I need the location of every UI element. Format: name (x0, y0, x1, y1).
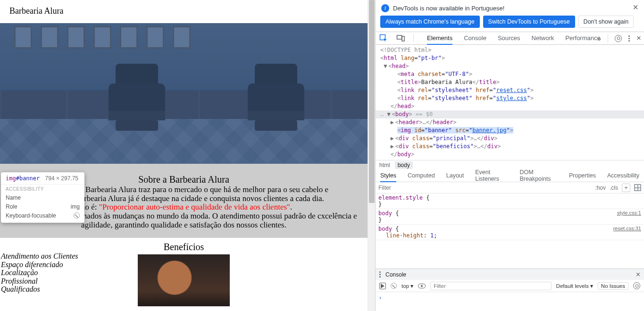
drawer-menu-icon[interactable] (379, 271, 381, 277)
inspect-element-icon[interactable] (379, 34, 388, 42)
console-filter-input[interactable] (430, 282, 551, 290)
device-toolbar-icon[interactable] (396, 34, 405, 42)
styles-tab-styles[interactable]: Styles (380, 170, 396, 182)
hov-toggle[interactable]: :hov (595, 185, 606, 191)
elements-tree[interactable]: <!DOCTYPE html> <html lang="pt-br"> ▼<he… (376, 45, 644, 160)
close-infobar-button[interactable]: × (633, 2, 638, 13)
styles-tab-events[interactable]: Event Listeners (475, 170, 508, 182)
tab-performance[interactable]: Performance (565, 32, 600, 45)
inspected-page-viewport[interactable]: Barbearia Alura Sobre a Barbearia Alura … (0, 0, 375, 311)
drawer-header: Console × (376, 269, 644, 280)
benefit-image (138, 254, 230, 306)
hovered-img-node[interactable]: <img id="banner" src="banner.jpg"> (376, 126, 644, 134)
dont-show-button[interactable]: Don't show again (578, 16, 634, 28)
execution-context-icon[interactable] (379, 283, 386, 289)
chevron-right-icon: › (378, 294, 382, 301)
tab-sources[interactable]: Sources (498, 32, 520, 45)
match-language-button[interactable]: Always match Chrome's language (380, 16, 480, 28)
benefit-list: Atendimento aos Clientes Espaço diferenc… (1, 252, 78, 294)
live-expression-icon[interactable] (418, 284, 426, 288)
page-scrollbar[interactable] (368, 0, 375, 311)
info-icon: i (381, 4, 389, 12)
styles-pane[interactable]: element.style {} style.css:1 body {} res… (376, 193, 644, 269)
selected-body-node[interactable]: … ▼<body> == $0 (376, 110, 644, 118)
styles-tab-computed[interactable]: Computed (408, 170, 435, 182)
page-title: Barbearia Alura (0, 0, 368, 23)
styles-tab-properties[interactable]: Properties (569, 170, 596, 182)
context-selector[interactable]: top ▾ (401, 283, 413, 289)
svg-rect-2 (402, 36, 404, 41)
styles-tab-dombreakpoints[interactable]: DOM Breakpoints (520, 170, 558, 182)
source-link[interactable]: style.css:1 (617, 210, 641, 216)
settings-icon[interactable] (615, 35, 622, 42)
svg-rect-1 (397, 35, 402, 39)
close-drawer-icon[interactable]: × (636, 270, 640, 279)
console-settings-icon[interactable] (633, 282, 640, 289)
styles-tab-accessibility[interactable]: Accessibility (607, 170, 639, 182)
inspect-tooltip: img#banner 794 × 297.75 ACCESSIBILITY Na… (1, 172, 84, 223)
render-grid-icon[interactable] (634, 184, 641, 191)
elements-breadcrumb[interactable]: html body (376, 160, 644, 170)
issues-button[interactable]: No Issues (598, 282, 628, 290)
tab-network[interactable]: Network (532, 32, 554, 45)
more-menu-icon[interactable] (628, 35, 630, 42)
tab-elements[interactable]: Elements (427, 32, 452, 45)
log-levels-selector[interactable]: Default levels ▾ (556, 283, 593, 289)
new-style-rule-button[interactable]: + (622, 184, 630, 192)
styles-filter-input[interactable] (376, 183, 592, 193)
close-devtools-icon[interactable]: × (636, 34, 641, 43)
console-prompt[interactable]: › (376, 292, 644, 311)
devtools-panel: i DevTools is now available in Portugues… (375, 0, 644, 311)
switch-language-button[interactable]: Switch DevTools to Portuguese (483, 16, 575, 28)
clear-console-icon[interactable] (391, 283, 397, 289)
tab-console[interactable]: Console (464, 32, 486, 45)
source-link[interactable]: reset.css:31 (613, 226, 641, 231)
not-focusable-icon (74, 212, 80, 219)
benefits-heading: Benefícios (0, 242, 368, 252)
cls-toggle[interactable]: .cls (610, 185, 618, 191)
banner-image (0, 23, 368, 164)
more-tabs-icon[interactable] (597, 34, 601, 42)
styles-tab-layout[interactable]: Layout (446, 170, 464, 182)
language-infobar: i DevTools is now available in Portugues… (376, 0, 644, 15)
